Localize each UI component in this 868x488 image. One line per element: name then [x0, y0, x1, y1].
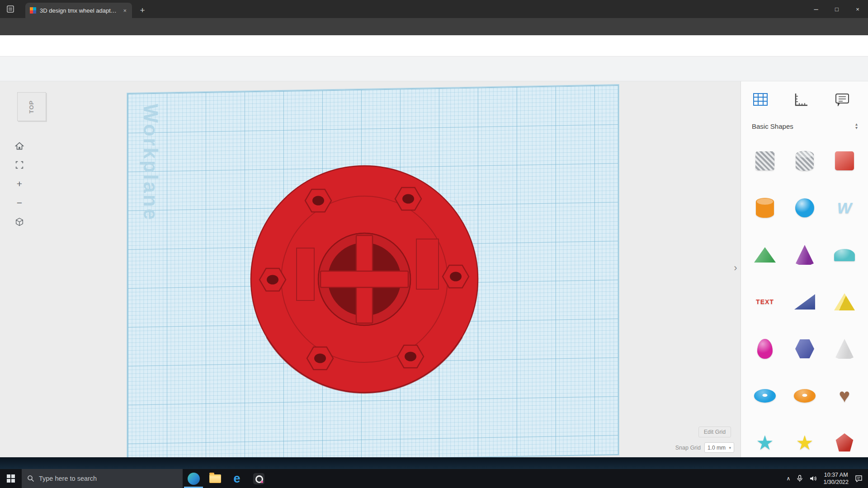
tab-actions-icon[interactable] [5, 4, 15, 14]
shape-icon-cylinder-hole [796, 151, 814, 171]
shape-icon-half-sphere [834, 249, 855, 261]
workplane-grid-tool-icon[interactable] [750, 89, 770, 109]
ruler-tool-icon[interactable] [791, 89, 811, 109]
shape-cylinder[interactable] [746, 186, 783, 230]
notes-tool-icon[interactable] [832, 89, 852, 109]
browser-tab[interactable]: 3D design tmx wheel adapter | T… × [25, 3, 132, 18]
taskbar-camera-app-icon[interactable] [248, 469, 269, 488]
dropdown-spinner-icons[interactable]: ▴▾ [855, 122, 858, 130]
shape-icosahedron[interactable] [826, 421, 863, 457]
microphone-tray-icon[interactable] [797, 475, 803, 482]
start-button[interactable] [0, 469, 22, 488]
shapes-grid: WTEXT♥★★ [746, 139, 865, 457]
shape-cylinder-hole[interactable] [786, 139, 823, 183]
shape-icon-sphere [795, 198, 814, 217]
shape-icon-pyramid [834, 293, 855, 310]
shape-icon-heart: ♥ [839, 386, 850, 405]
shapes-panel: Basic Shapes ▴▾ WTEXT♥★★ [741, 81, 868, 457]
shape-icon-polygon [795, 339, 814, 359]
shape-icon-star: ★ [796, 433, 813, 453]
shape-icon-torus-orange [794, 389, 816, 403]
model-notch-left [297, 248, 314, 300]
workplane-label: Workplane [139, 104, 162, 221]
tinkercad-header: TINKERCAD tmx wheel adapter [0, 35, 868, 56]
shape-sphere[interactable] [786, 186, 823, 230]
window-close-button[interactable]: × [847, 0, 868, 18]
shape-scribble[interactable]: W [826, 186, 863, 230]
shape-icon-torus [754, 389, 776, 403]
perspective-toggle-button[interactable] [14, 216, 25, 228]
action-center-icon[interactable] [855, 475, 863, 482]
windows-logo-icon [7, 474, 15, 483]
tab-title: 3D design tmx wheel adapter | T… [40, 7, 118, 14]
shape-half-sphere[interactable] [826, 233, 863, 277]
clock-time: 10:37 AM [823, 471, 849, 479]
tinkercad-favicon [30, 7, 36, 14]
shape-star[interactable]: ★ [786, 421, 823, 457]
shape-star-flat[interactable]: ★ [746, 421, 783, 457]
shape-icon-roof [754, 247, 776, 263]
home-view-button[interactable] [14, 140, 25, 152]
zoom-out-button[interactable]: − [14, 197, 25, 209]
shape-icon-text: TEXT [756, 299, 774, 305]
shape-torus[interactable] [746, 374, 783, 418]
zoom-in-button[interactable]: + [14, 178, 25, 190]
taskbar-file-explorer-icon[interactable] [204, 469, 226, 488]
shape-torus-orange[interactable] [786, 374, 823, 418]
tab-close-icon[interactable]: × [122, 7, 127, 14]
shape-heart[interactable]: ♥ [826, 374, 863, 418]
shape-icon-wedge [794, 294, 815, 310]
shape-pyramid[interactable] [826, 280, 863, 324]
search-icon [27, 475, 34, 482]
shape-icon-icosahedron [835, 433, 854, 452]
new-tab-button[interactable]: + [136, 4, 149, 17]
window-minimize-button[interactable]: ─ [806, 0, 826, 18]
shape-wedge[interactable] [786, 280, 823, 324]
volume-tray-icon[interactable] [809, 475, 817, 482]
windows-taskbar: e ∧ 10:37 AM 1/30/2022 [0, 469, 868, 488]
chevron-down-icon: ▾ [729, 446, 731, 450]
panel-collapse-handle[interactable]: › [731, 258, 740, 277]
design-canvas[interactable]: Workplane TOP + − Edit Grid Sna [0, 81, 741, 457]
clock-date: 1/30/2022 [823, 479, 849, 486]
shape-icon-box [835, 151, 854, 170]
shape-icon-scribble: W [837, 200, 852, 216]
taskbar-edge-icon[interactable] [183, 469, 204, 488]
window-maximize-button[interactable]: □ [826, 0, 847, 18]
taskbar-edge-blue-icon[interactable]: e [226, 469, 248, 488]
shape-text[interactable]: TEXT [746, 280, 783, 324]
fit-view-button[interactable] [14, 159, 25, 171]
model-notch-right [416, 239, 439, 289]
browser-address-bar: ← → ↻ https://www.tinkercad.com/things/3… [0, 18, 868, 35]
shape-icon-cone-gray [835, 339, 854, 359]
shape-box-hole[interactable] [746, 139, 783, 183]
taskbar-search[interactable] [22, 469, 183, 488]
shape-cone[interactable] [786, 233, 823, 277]
shape-icon-box-hole [755, 151, 774, 170]
shape-icon-star-flat: ★ [756, 433, 774, 453]
edit-toolbar: ↶ ↷ Import Export Send To [0, 56, 868, 81]
search-input[interactable] [39, 475, 165, 482]
desktop-wallpaper [0, 457, 868, 469]
snap-grid-label: Snap Grid [663, 445, 701, 451]
taskbar-clock[interactable]: 10:37 AM 1/30/2022 [823, 471, 849, 486]
browser-tab-bar: 3D design tmx wheel adapter | T… × + ─ □… [0, 0, 868, 18]
tray-expand-icon[interactable]: ∧ [787, 475, 791, 482]
snap-grid-select[interactable]: 1.0 mm ▾ [704, 442, 734, 453]
shape-icon-paraboloid [757, 339, 773, 359]
snap-grid-value: 1.0 mm [708, 445, 726, 451]
shape-icon-cylinder [756, 198, 774, 218]
view-cube[interactable]: TOP [17, 92, 46, 121]
shape-cone-gray[interactable] [826, 327, 863, 371]
view-cube-label: TOP [28, 100, 35, 113]
shape-icon-cone [796, 245, 814, 265]
model-wheel-adapter[interactable] [242, 157, 486, 401]
shape-category-label: Basic Shapes [752, 122, 793, 130]
shape-polygon[interactable] [786, 327, 823, 371]
shape-box[interactable] [826, 139, 863, 183]
shape-category-dropdown[interactable]: Basic Shapes ▴▾ [741, 117, 868, 136]
edit-grid-button[interactable]: Edit Grid [698, 427, 731, 437]
shape-roof[interactable] [746, 233, 783, 277]
shape-paraboloid[interactable] [746, 327, 783, 371]
